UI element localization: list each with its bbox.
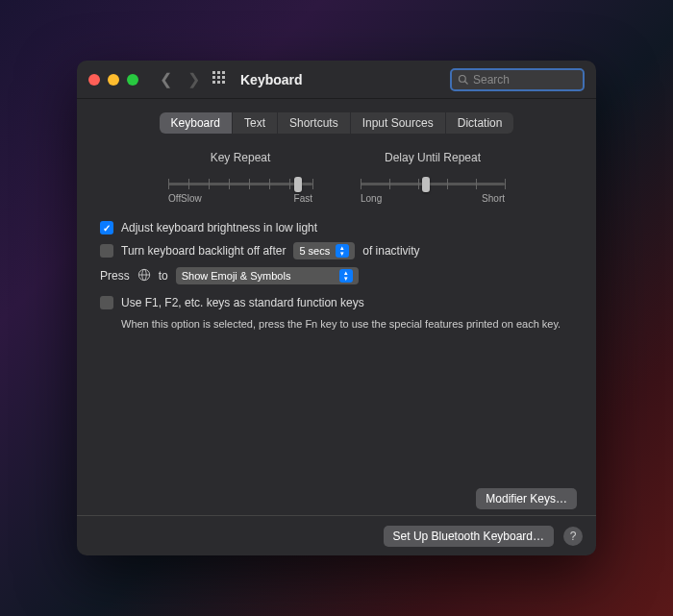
- key-repeat-fast-label: Fast: [294, 193, 312, 204]
- search-input[interactable]: Search: [450, 68, 585, 91]
- titlebar: ❮ ❯ Keyboard Search: [77, 61, 596, 99]
- svg-rect-0: [212, 71, 215, 74]
- svg-rect-6: [212, 81, 215, 84]
- tab-dictation[interactable]: Dictation: [446, 112, 514, 134]
- tab-shortcuts[interactable]: Shortcuts: [278, 112, 351, 134]
- svg-rect-5: [222, 76, 225, 79]
- tab-bar: Keyboard Text Shortcuts Input Sources Di…: [77, 112, 596, 134]
- delay-label: Delay Until Repeat: [361, 151, 505, 164]
- footer: Set Up Bluetooth Keyboard… ?: [77, 515, 596, 555]
- svg-rect-7: [217, 81, 220, 84]
- backlight-label-before: Turn keyboard backlight off after: [121, 244, 286, 258]
- globe-action-select[interactable]: Show Emoji & Symbols: [176, 267, 359, 284]
- modifier-keys-button[interactable]: Modifier Keys…: [476, 488, 577, 509]
- globe-icon: [137, 268, 151, 284]
- svg-rect-3: [212, 76, 215, 79]
- chevron-updown-icon: [336, 244, 349, 258]
- brightness-checkbox[interactable]: [100, 221, 113, 234]
- fn-keys-label: Use F1, F2, etc. keys as standard functi…: [121, 296, 364, 309]
- key-repeat-slider[interactable]: [168, 174, 312, 189]
- brightness-label: Adjust keyboard brightness in low light: [121, 221, 317, 234]
- key-repeat-slow-label: Slow: [181, 193, 202, 204]
- search-placeholder: Search: [473, 73, 510, 86]
- bluetooth-setup-button[interactable]: Set Up Bluetooth Keyboard…: [384, 526, 554, 547]
- svg-rect-2: [222, 71, 225, 74]
- tab-input-sources[interactable]: Input Sources: [351, 112, 446, 134]
- delay-long-label: Long: [361, 193, 382, 204]
- svg-rect-8: [222, 81, 225, 84]
- forward-button[interactable]: ❯: [184, 70, 204, 88]
- press-to-label: to: [159, 269, 168, 283]
- close-button[interactable]: [88, 74, 100, 86]
- content-area: Key Repeat Off Slow Fast Delay Until Rep…: [77, 151, 596, 515]
- minimize-button[interactable]: [108, 74, 119, 86]
- backlight-checkbox[interactable]: [100, 244, 113, 258]
- help-button[interactable]: ?: [563, 527, 583, 546]
- delay-slider-group: Delay Until Repeat Long Short: [361, 151, 505, 204]
- backlight-label-after: of inactivity: [362, 244, 419, 258]
- fn-keys-description: When this option is selected, press the …: [121, 317, 573, 332]
- delay-slider[interactable]: [361, 174, 505, 189]
- tab-text[interactable]: Text: [233, 112, 278, 134]
- delay-short-label: Short: [482, 193, 505, 204]
- svg-rect-1: [217, 71, 220, 74]
- show-all-icon[interactable]: [212, 70, 227, 88]
- key-repeat-off-label: Off: [168, 193, 181, 204]
- key-repeat-slider-group: Key Repeat Off Slow Fast: [168, 151, 312, 204]
- globe-action-value: Show Emoji & Symbols: [182, 270, 291, 282]
- svg-rect-4: [217, 76, 220, 79]
- search-icon: [458, 74, 469, 86]
- back-button[interactable]: ❮: [156, 70, 176, 88]
- window-title: Keyboard: [240, 72, 442, 87]
- backlight-delay-select[interactable]: 5 secs: [293, 242, 355, 259]
- svg-line-10: [465, 81, 468, 84]
- key-repeat-label: Key Repeat: [168, 151, 312, 164]
- backlight-delay-value: 5 secs: [299, 245, 330, 257]
- zoom-button[interactable]: [127, 74, 138, 86]
- svg-point-9: [460, 75, 466, 82]
- fn-keys-checkbox[interactable]: [100, 296, 113, 309]
- press-label: Press: [100, 269, 130, 283]
- tab-keyboard[interactable]: Keyboard: [160, 112, 233, 134]
- window-controls: [88, 74, 138, 86]
- preferences-window: ❮ ❯ Keyboard Search Keyboard Text Shortc…: [77, 61, 596, 555]
- chevron-updown-icon: [339, 269, 353, 283]
